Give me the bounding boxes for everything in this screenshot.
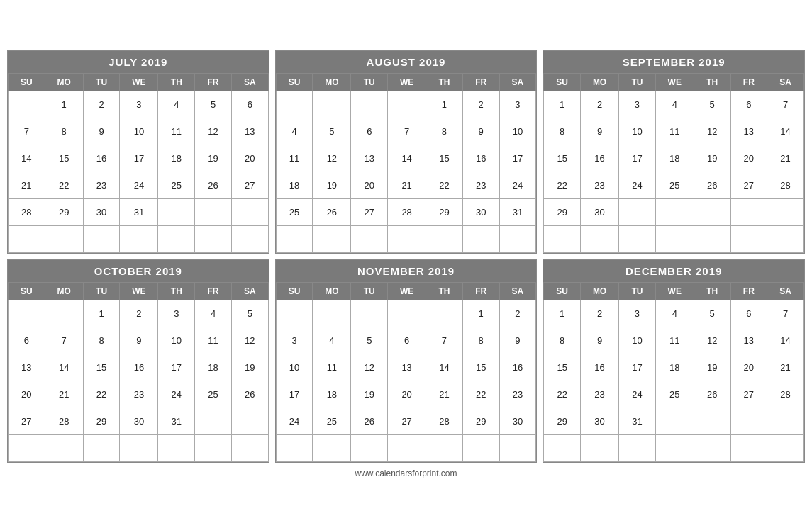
day-cell [45, 300, 83, 327]
day-cell: 7 [767, 91, 804, 118]
day-cell: 17 [120, 145, 158, 172]
day-cell: 27 [730, 172, 767, 198]
day-header: SA [231, 73, 268, 91]
day-cell: 10 [499, 118, 536, 145]
day-cell: 19 [195, 145, 232, 172]
day-cell: 12 [694, 118, 730, 145]
day-cell: 3 [276, 327, 313, 354]
day-cell [544, 434, 581, 461]
day-cell: 9 [499, 327, 536, 354]
day-header: MO [313, 282, 351, 300]
day-cell: 27 [351, 198, 388, 225]
day-cell: 28 [9, 198, 45, 225]
day-cell: 11 [655, 327, 694, 354]
day-cell: 4 [158, 91, 195, 118]
day-cell: 13 [730, 327, 767, 354]
day-cell [655, 198, 694, 225]
day-cell: 10 [120, 118, 158, 145]
day-cell [276, 225, 313, 252]
day-cell [9, 434, 45, 461]
month-calendar-1: JULY 2019SUMOTUWETHFRSA12345678910111213… [7, 50, 269, 254]
day-cell: 30 [499, 408, 536, 434]
day-cell: 16 [581, 145, 619, 172]
month-calendar-3: SEPTEMBER 2019SUMOTUWETHFRSA123456789101… [543, 50, 805, 254]
day-cell: 1 [83, 300, 120, 327]
day-cell: 5 [351, 327, 388, 354]
day-cell [9, 300, 45, 327]
day-header: WE [388, 282, 426, 300]
day-cell: 9 [581, 327, 619, 354]
day-cell: 2 [581, 300, 619, 327]
day-cell: 27 [9, 408, 45, 434]
day-cell: 22 [544, 381, 581, 408]
day-cell: 29 [426, 198, 463, 225]
day-cell: 2 [499, 300, 536, 327]
day-cell: 24 [499, 172, 536, 198]
day-header: TH [158, 282, 195, 300]
day-cell: 1 [45, 91, 83, 118]
day-cell: 10 [158, 327, 195, 354]
day-cell: 5 [694, 300, 730, 327]
day-cell [767, 198, 804, 225]
day-cell: 27 [388, 408, 426, 434]
day-cell: 29 [544, 198, 581, 225]
day-cell [619, 198, 656, 225]
day-cell: 14 [767, 118, 804, 145]
day-header: TU [83, 73, 120, 91]
day-cell: 10 [619, 118, 656, 145]
day-cell [195, 434, 232, 461]
day-cell [694, 198, 730, 225]
day-cell: 3 [619, 91, 656, 118]
day-cell: 22 [45, 172, 83, 198]
day-header: WE [120, 73, 158, 91]
day-cell: 20 [9, 381, 45, 408]
month-calendar-6: DECEMBER 2019SUMOTUWETHFRSA1234567891011… [543, 259, 805, 463]
day-cell: 18 [655, 354, 694, 381]
day-cell [730, 198, 767, 225]
day-cell [195, 225, 232, 252]
day-cell: 7 [426, 327, 463, 354]
day-cell: 21 [426, 381, 463, 408]
day-cell [158, 434, 195, 461]
day-header: WE [655, 73, 694, 91]
month-title: SEPTEMBER 2019 [543, 51, 804, 73]
day-cell [694, 408, 730, 434]
day-cell: 11 [655, 118, 694, 145]
day-header: TU [619, 282, 656, 300]
day-cell: 28 [767, 381, 804, 408]
day-cell [276, 91, 313, 118]
day-cell: 1 [462, 300, 499, 327]
day-cell [45, 225, 83, 252]
day-header: SU [9, 73, 45, 91]
day-cell: 8 [544, 327, 581, 354]
day-cell: 8 [45, 118, 83, 145]
day-header: FR [730, 73, 767, 91]
day-cell [619, 225, 656, 252]
day-cell [231, 434, 268, 461]
day-cell [655, 408, 694, 434]
day-cell: 27 [730, 381, 767, 408]
day-cell [694, 225, 730, 252]
day-cell [730, 408, 767, 434]
day-cell: 23 [83, 172, 120, 198]
day-cell: 24 [158, 381, 195, 408]
day-cell: 3 [158, 300, 195, 327]
day-cell: 6 [9, 327, 45, 354]
day-cell: 2 [83, 91, 120, 118]
day-header: MO [45, 73, 83, 91]
day-cell: 8 [544, 118, 581, 145]
day-cell: 12 [313, 145, 351, 172]
day-cell: 15 [83, 354, 120, 381]
day-cell [83, 434, 120, 461]
day-cell: 1 [544, 300, 581, 327]
day-cell [276, 300, 313, 327]
day-cell [313, 434, 351, 461]
day-cell: 7 [9, 118, 45, 145]
day-cell: 18 [158, 145, 195, 172]
day-cell: 30 [581, 198, 619, 225]
calendar-grid: JULY 2019SUMOTUWETHFRSA12345678910111213… [7, 50, 805, 463]
day-cell: 9 [83, 118, 120, 145]
day-cell: 18 [655, 145, 694, 172]
day-cell: 10 [276, 354, 313, 381]
day-cell: 3 [120, 91, 158, 118]
